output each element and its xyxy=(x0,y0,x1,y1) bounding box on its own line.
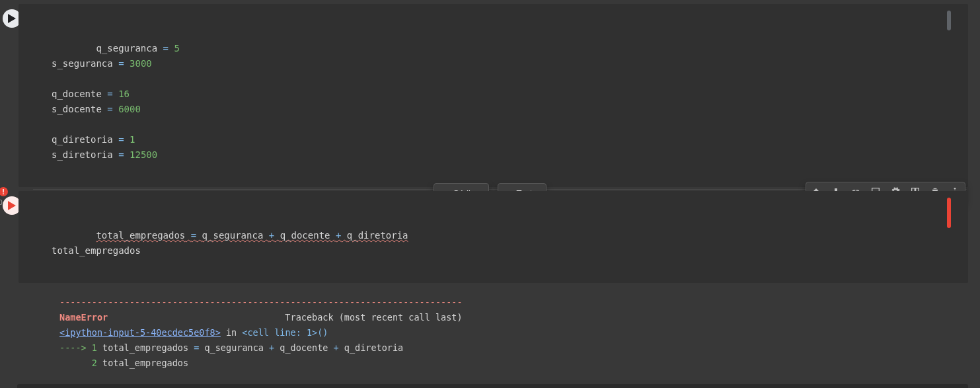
next-cell-peek xyxy=(17,384,968,388)
minimap-thumb[interactable] xyxy=(947,11,951,30)
svg-point-0 xyxy=(954,188,956,190)
cell-output: ----------------------------------------… xyxy=(52,288,968,388)
code-editor[interactable]: q_seguranca = 5 s_seguranca = 3000 q_doc… xyxy=(19,4,968,187)
code-content: total_empregados = q_seguranca + q_docen… xyxy=(52,230,408,256)
code-cell-2: ! 0 s total_empregados = q_seguranca + q… xyxy=(0,191,980,388)
code-cell-1: q_seguranca = 5 s_seguranca = 3000 q_doc… xyxy=(0,4,980,187)
error-badge-icon: ! xyxy=(0,187,8,196)
code-editor[interactable]: total_empregados = q_seguranca + q_docen… xyxy=(19,191,968,283)
minimap-error-marker[interactable] xyxy=(947,198,951,228)
notebook-page: q_seguranca = 5 s_seguranca = 3000 q_doc… xyxy=(0,0,980,388)
code-content: q_seguranca = 5 s_seguranca = 3000 q_doc… xyxy=(52,43,180,160)
